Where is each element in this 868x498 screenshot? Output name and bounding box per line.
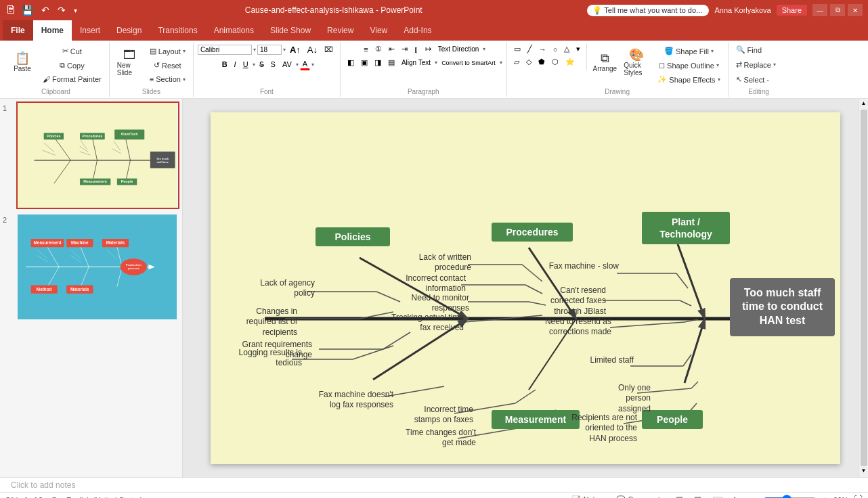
tab-insert[interactable]: Insert — [72, 20, 108, 41]
shape2-1[interactable]: ▱ — [511, 56, 522, 68]
tab-file[interactable]: File — [3, 20, 33, 41]
slide-img-1[interactable]: Policies Procedures Plant/Tech Measureme… — [16, 101, 179, 209]
smartart-dropdown[interactable]: ▾ — [500, 60, 502, 66]
smartart-btn[interactable]: Convert to SmartArt — [439, 58, 498, 68]
font-size-dropdown[interactable]: ▾ — [283, 47, 286, 53]
shape-effects-btn[interactable]: ✨ Shape Effects ▾ — [654, 73, 723, 86]
people-box[interactable]: People — [642, 410, 703, 429]
tab-addins[interactable]: Add-Ins — [395, 20, 439, 41]
plant-tech-box[interactable]: Plant /Technology — [642, 212, 730, 244]
scroll-down-btn[interactable]: ▼ — [860, 468, 868, 476]
font-size-input[interactable] — [257, 45, 282, 55]
quick-styles-btn[interactable]: 🎨 Quick Styles — [620, 43, 653, 81]
slideshow-btn[interactable]: ▶ — [731, 493, 743, 498]
more-shapes[interactable]: ▾ — [573, 43, 583, 55]
align-center-btn[interactable]: ▣ — [358, 57, 370, 68]
text-direction-btn[interactable]: Text Direction — [435, 44, 482, 54]
new-slide-btn[interactable]: 🗔 New Slide — [114, 43, 145, 81]
tab-slideshow[interactable]: Slide Show — [262, 20, 319, 41]
format-painter-btn[interactable]: 🖌 Format Painter — [39, 73, 105, 85]
font-color-dropdown[interactable]: ▾ — [311, 62, 314, 68]
scroll-up-btn[interactable]: ▲ — [860, 100, 868, 108]
shape-outline-btn[interactable]: ◻ Shape Outline ▾ — [654, 59, 723, 72]
procedures-box[interactable]: Procedures — [492, 223, 573, 242]
text-dir-dropdown[interactable]: ▾ — [483, 46, 485, 52]
shape2-2[interactable]: ◇ — [523, 56, 534, 68]
clear-format-btn[interactable]: ⌧ — [322, 44, 336, 55]
tab-home[interactable]: Home — [33, 20, 72, 41]
undo-qa-btn[interactable]: ↶ — [39, 3, 52, 17]
ltr-btn[interactable]: ↦ — [422, 43, 434, 55]
redo-qa-btn[interactable]: ↷ — [55, 3, 68, 17]
triangle-shape[interactable]: △ — [561, 43, 572, 55]
slide-canvas[interactable]: Policies Procedures Plant /Technology Me… — [211, 112, 840, 464]
bold-btn[interactable]: B — [219, 59, 230, 70]
slide-thumb-1[interactable]: 1 — [3, 101, 179, 209]
tab-transitions[interactable]: Transitions — [150, 20, 205, 41]
comments-btn[interactable]: 💬 Comments — [612, 494, 668, 498]
cut-btn[interactable]: ✂ Cut — [39, 45, 105, 58]
shape2-4[interactable]: ⬡ — [549, 56, 561, 68]
underline-btn[interactable]: U — [240, 59, 251, 70]
arrow-shape[interactable]: → — [536, 44, 549, 55]
tab-design[interactable]: Design — [108, 20, 150, 41]
font-name-dropdown[interactable]: ▾ — [253, 47, 256, 53]
reset-btn[interactable]: ↺ Reset — [146, 59, 189, 72]
find-btn[interactable]: 🔍 Find — [733, 43, 765, 56]
paste-btn[interactable]: 📋 Paste — [7, 43, 38, 81]
align-left-btn[interactable]: ◧ — [345, 57, 357, 68]
policies-box[interactable]: Policies — [316, 227, 390, 246]
layout-btn[interactable]: ▤ Layout ▾ — [146, 45, 189, 58]
fit-slide-btn[interactable]: ⛶ — [854, 495, 863, 498]
align-text-btn[interactable]: Align Text — [399, 58, 433, 68]
increase-indent-btn[interactable]: ⇥ — [399, 43, 410, 55]
shape-fill-btn[interactable]: 🪣 Shape Fill ▾ — [654, 45, 723, 58]
copy-btn[interactable]: ⧉ Copy — [39, 59, 105, 72]
notes-btn[interactable]: 📝 Notes — [567, 494, 607, 498]
decrease-indent-btn[interactable]: ⇤ — [386, 43, 397, 55]
replace-btn[interactable]: ⇄ Replace ▾ — [733, 58, 779, 71]
increase-font-btn[interactable]: A↑ — [287, 43, 303, 56]
tab-animations[interactable]: Animations — [206, 20, 262, 41]
scroll-thumb[interactable] — [861, 110, 867, 466]
customize-qa-btn[interactable]: ▾ — [71, 5, 80, 16]
tab-review[interactable]: Review — [319, 20, 362, 41]
restore-btn[interactable]: ⧉ — [830, 4, 845, 16]
numbering-btn[interactable]: ① — [372, 43, 385, 55]
section-btn[interactable]: ≡ Section ▾ — [146, 73, 189, 85]
tell-me-box[interactable]: 💡 Tell me what you want to do... — [587, 5, 709, 16]
reading-view-btn[interactable]: 📖 — [710, 493, 726, 498]
zoom-slider[interactable] — [763, 495, 817, 499]
font-name-input[interactable] — [198, 45, 252, 55]
share-btn[interactable]: Share — [777, 5, 807, 16]
shadow-btn[interactable]: S — [268, 59, 278, 70]
shape2-5[interactable]: ⭐ — [563, 56, 578, 68]
italic-btn[interactable]: I — [232, 59, 239, 70]
underline-dropdown[interactable]: ▾ — [253, 62, 255, 68]
oval-shape[interactable]: ○ — [550, 44, 561, 55]
align-text-dropdown[interactable]: ▾ — [435, 60, 437, 66]
tab-view[interactable]: View — [362, 20, 395, 41]
notes-area[interactable]: Click to add notes — [0, 477, 868, 492]
line-shape[interactable]: ╱ — [525, 43, 535, 55]
zoom-in-btn[interactable]: + — [823, 495, 828, 498]
result-box[interactable]: Too much staff time to conduct HAN test — [730, 278, 835, 336]
strikethrough-btn[interactable]: S̶ — [257, 59, 267, 70]
justify-btn[interactable]: ▤ — [385, 57, 397, 68]
slide-img-2[interactable]: Measurement Machine Materials Method Mat… — [16, 213, 179, 321]
col-btn[interactable]: ⫿ — [412, 44, 421, 55]
shape2-3[interactable]: ⬟ — [536, 56, 548, 68]
zoom-out-btn[interactable]: — — [749, 495, 758, 498]
select-btn[interactable]: ↖ Select - — [733, 73, 773, 86]
align-right-btn[interactable]: ◨ — [372, 57, 384, 68]
arrange-btn[interactable]: ⧉ Arrange — [590, 43, 619, 81]
slide-thumb-2[interactable]: 2 — [3, 213, 179, 321]
bullets-btn[interactable]: ≡ — [361, 44, 370, 55]
rect-shape[interactable]: ▭ — [511, 43, 523, 55]
vscrollbar[interactable]: ▲ ▼ — [859, 99, 868, 477]
font-color-btn[interactable]: A — [300, 58, 310, 70]
close-btn[interactable]: ✕ — [848, 4, 863, 16]
decrease-font-btn[interactable]: A↓ — [305, 43, 320, 56]
char-spacing-dropdown[interactable]: ▾ — [296, 62, 299, 68]
char-spacing-btn[interactable]: AV — [280, 59, 295, 70]
